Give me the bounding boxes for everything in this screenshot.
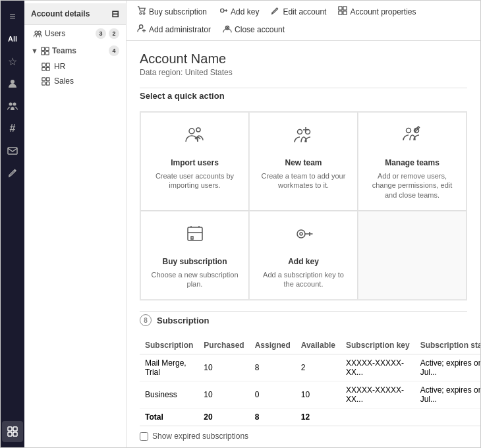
sub-total-available: 12 <box>296 408 341 426</box>
add-admin-icon <box>137 24 146 35</box>
nav-header: Account details ⊟ <box>24 3 126 25</box>
add-administrator-button[interactable]: Add administrator <box>132 21 216 38</box>
buy-subscription-icon <box>137 6 146 17</box>
person-icon[interactable] <box>2 73 23 94</box>
subscription-section-header: 8 Subscription <box>140 311 467 329</box>
show-expired-checkbox[interactable] <box>140 432 148 441</box>
add-key-title: Add key <box>288 257 319 266</box>
import-users-desc: Create user accounts by importing users. <box>149 171 240 190</box>
svg-rect-18 <box>42 77 45 80</box>
svg-rect-15 <box>46 63 49 66</box>
add-key-button[interactable]: Add key <box>213 3 264 20</box>
svg-rect-5 <box>13 427 17 431</box>
edit-account-label: Edit account <box>283 7 326 16</box>
nav-item-sales[interactable]: Sales <box>24 74 126 88</box>
col-subscription: Subscription <box>140 337 198 354</box>
buy-sub-desc: Choose a new subscription plan. <box>149 270 240 289</box>
svg-point-8 <box>35 31 38 34</box>
buy-subscription-quick-action[interactable]: Buy subscription Choose a new subscripti… <box>140 211 249 300</box>
svg-point-41 <box>300 233 302 235</box>
quick-actions-grid: Import users Create user accounts by imp… <box>140 111 467 300</box>
col-available: Available <box>296 337 341 354</box>
svg-rect-39 <box>188 227 202 240</box>
users-nav-icon <box>34 30 42 38</box>
teams-nav-icon <box>41 47 49 55</box>
account-properties-label: Account properties <box>350 7 416 16</box>
buy-subscription-button[interactable]: Buy subscription <box>132 3 212 20</box>
svg-rect-4 <box>8 427 12 431</box>
svg-rect-3 <box>8 148 17 154</box>
nav-item-users[interactable]: Users 3 2 <box>24 25 126 42</box>
svg-point-29 <box>140 25 143 28</box>
sub-total-label: Total <box>140 408 198 426</box>
svg-point-34 <box>196 128 200 132</box>
hamburger-icon[interactable]: ≡ <box>2 6 23 27</box>
svg-rect-6 <box>8 432 12 436</box>
manage-teams-action[interactable]: Manage teams Add or remove users, change… <box>358 112 467 211</box>
sub-available-1: 2 <box>296 354 341 381</box>
buy-sub-title: Buy subscription <box>162 257 227 266</box>
add-key-quick-icon <box>292 222 316 250</box>
subscription-section-title: Subscription <box>157 316 209 325</box>
svg-point-23 <box>143 13 145 14</box>
account-region: Data region: United States <box>140 68 467 77</box>
svg-point-0 <box>11 80 14 84</box>
nav-collapse-icon[interactable]: ⊟ <box>111 9 119 19</box>
import-users-title: Import users <box>171 158 219 167</box>
manage-teams-title: Manage teams <box>385 158 439 167</box>
add-key-label: Add key <box>231 7 259 16</box>
mail-icon[interactable] <box>2 140 23 161</box>
users-nav-label: Users <box>45 29 65 38</box>
sub-total-assigned: 8 <box>250 408 296 426</box>
add-key-desc: Add a subscription key to the account. <box>258 270 349 289</box>
sub-name-1: Mail Merge, Trial <box>140 354 198 381</box>
account-name: Account Name <box>140 51 467 67</box>
show-expired-label[interactable]: Show expired subscriptions <box>152 432 248 441</box>
col-purchased: Purchased <box>198 337 249 354</box>
hash-icon[interactable]: # <box>2 118 23 139</box>
star-icon[interactable]: ☆ <box>2 51 23 72</box>
svg-rect-11 <box>45 47 49 50</box>
add-administrator-label: Add administrator <box>149 25 211 34</box>
users-badge-2: 2 <box>109 28 119 39</box>
svg-point-33 <box>189 128 194 134</box>
account-details-icon[interactable] <box>2 421 23 442</box>
add-key-quick-action[interactable]: Add key Add a subscription key to the ac… <box>249 211 358 300</box>
new-team-action[interactable]: New team Create a team to add your workm… <box>249 112 358 211</box>
svg-point-2 <box>13 103 16 106</box>
nav-panel: Account details ⊟ Users 3 2 ▼ Teams 4 HR… <box>24 1 127 447</box>
close-account-button[interactable]: Close account <box>217 21 290 38</box>
svg-rect-28 <box>343 11 347 14</box>
account-properties-button[interactable]: Account properties <box>333 3 421 20</box>
teams-nav-label: Teams <box>52 46 76 55</box>
nav-item-hr[interactable]: HR <box>24 59 126 74</box>
teams-badge-4: 4 <box>109 45 119 56</box>
close-account-icon <box>223 24 232 35</box>
edit-account-button[interactable]: Edit account <box>266 3 331 20</box>
subscription-step-badge: 8 <box>140 314 152 326</box>
sub-purchased-2: 10 <box>198 381 249 408</box>
svg-rect-20 <box>42 82 45 85</box>
subscription-section: 8 Subscription Subscription Purchased As… <box>140 311 467 441</box>
svg-rect-26 <box>343 7 347 10</box>
sub-assigned-2: 0 <box>250 381 296 408</box>
quick-actions-title: Select a quick action <box>140 91 225 101</box>
nav-group-teams[interactable]: ▼ Teams 4 <box>24 42 126 59</box>
all-nav-icon[interactable]: All <box>2 28 23 49</box>
sub-assigned-1: 8 <box>250 354 296 381</box>
show-expired-row: Show expired subscriptions <box>140 432 467 441</box>
pencil-icon[interactable] <box>2 163 23 184</box>
people-icon[interactable] <box>2 96 23 117</box>
toolbar: Buy subscription Add key Edit account Ac… <box>127 1 480 41</box>
table-row: Mail Merge, Trial 10 8 2 XXXXX-XXXXX-XX.… <box>140 354 480 381</box>
nav-title: Account details <box>31 9 90 18</box>
add-key-icon <box>219 6 228 17</box>
svg-rect-13 <box>45 51 49 55</box>
svg-point-1 <box>9 103 13 106</box>
col-status: Subscription status <box>415 337 480 354</box>
svg-rect-17 <box>46 67 49 70</box>
import-users-action[interactable]: Import users Create user accounts by imp… <box>140 112 249 211</box>
svg-rect-10 <box>42 47 45 50</box>
svg-point-9 <box>38 31 41 34</box>
svg-rect-27 <box>339 11 342 14</box>
